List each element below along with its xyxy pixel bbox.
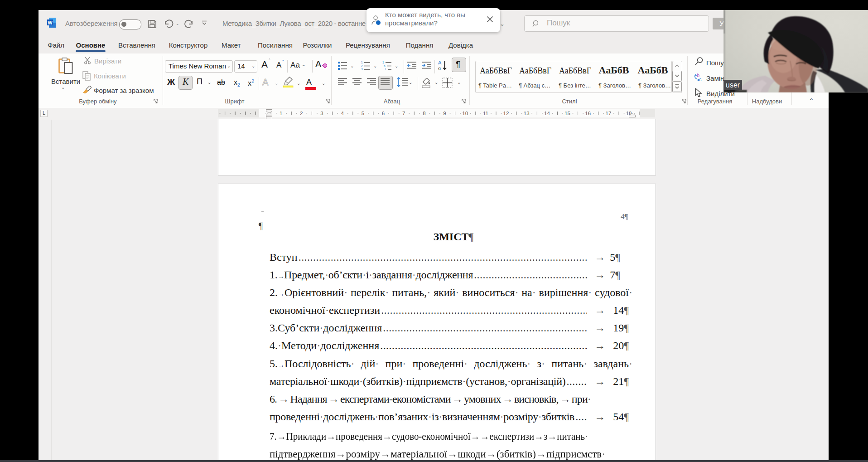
svg-text:5: 5 <box>362 111 364 116</box>
svg-text:W: W <box>48 20 53 25</box>
svg-text:8: 8 <box>423 111 425 116</box>
svg-text:А: А <box>438 60 442 65</box>
svg-text:11: 11 <box>483 111 488 116</box>
svg-text:15: 15 <box>564 111 570 116</box>
svg-text:2: 2 <box>300 111 303 116</box>
svg-text:9: 9 <box>443 111 446 116</box>
svg-text:12: 12 <box>503 111 509 116</box>
svg-text:3: 3 <box>361 68 363 70</box>
svg-text:17: 17 <box>606 111 612 116</box>
svg-text:i: i <box>385 68 386 70</box>
svg-text:16: 16 <box>585 111 591 116</box>
svg-text:14: 14 <box>544 111 550 116</box>
svg-text:c: c <box>699 77 702 82</box>
svg-text:7: 7 <box>402 111 405 116</box>
svg-text:я: я <box>438 66 441 71</box>
svg-text:4: 4 <box>341 111 344 116</box>
svg-text:a: a <box>384 64 386 68</box>
svg-text:6: 6 <box>382 111 385 116</box>
svg-text:3: 3 <box>320 111 323 116</box>
svg-text:1: 1 <box>280 111 282 116</box>
svg-text:10: 10 <box>462 111 468 116</box>
svg-text:user: user <box>726 81 740 89</box>
svg-text:1: 1 <box>361 61 363 64</box>
svg-text:2: 2 <box>361 64 363 68</box>
svg-text:1: 1 <box>382 61 384 64</box>
svg-text:13: 13 <box>524 111 530 116</box>
